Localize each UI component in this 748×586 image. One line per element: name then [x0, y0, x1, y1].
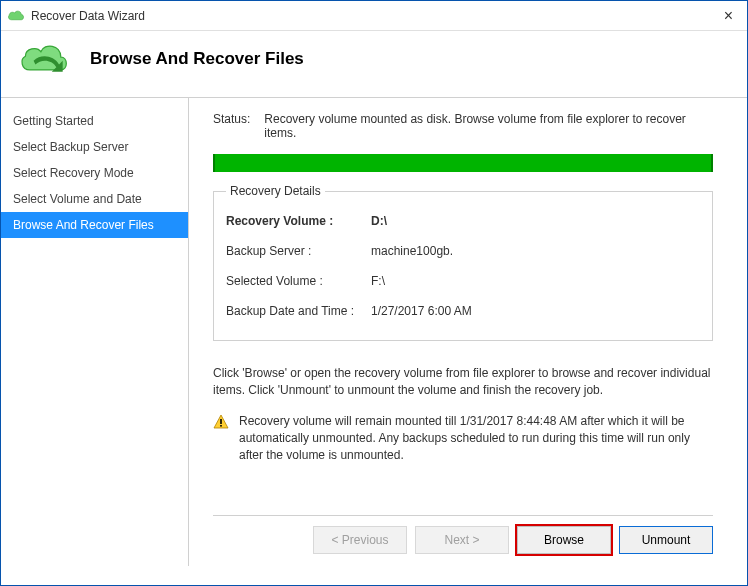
browse-button[interactable]: Browse: [517, 526, 611, 554]
step-browse-recover-files[interactable]: Browse And Recover Files: [1, 212, 188, 238]
warning-row: Recovery volume will remain mounted till…: [213, 413, 713, 465]
unmount-button[interactable]: Unmount: [619, 526, 713, 554]
detail-recovery-volume: Recovery Volume : D:\: [226, 206, 700, 236]
close-button[interactable]: ×: [716, 7, 741, 25]
detail-selected-volume: Selected Volume : F:\: [226, 266, 700, 296]
main-content: Status: Recovery volume mounted as disk.…: [189, 98, 747, 566]
backup-server-label: Backup Server :: [226, 244, 371, 258]
selected-volume-value: F:\: [371, 274, 385, 288]
step-getting-started[interactable]: Getting Started: [1, 108, 188, 134]
progress-bar: [213, 154, 713, 172]
step-select-volume-date[interactable]: Select Volume and Date: [1, 186, 188, 212]
cloud-arrow-icon: [17, 39, 72, 79]
detail-backup-server: Backup Server : machine100gb.: [226, 236, 700, 266]
wizard-header: Browse And Recover Files: [1, 31, 747, 97]
recovery-details-group: Recovery Details Recovery Volume : D:\ B…: [213, 184, 713, 341]
step-select-recovery-mode[interactable]: Select Recovery Mode: [1, 160, 188, 186]
step-select-backup-server[interactable]: Select Backup Server: [1, 134, 188, 160]
status-row: Status: Recovery volume mounted as disk.…: [213, 112, 719, 140]
backup-server-value: machine100gb.: [371, 244, 453, 258]
page-title: Browse And Recover Files: [90, 49, 304, 69]
status-text: Recovery volume mounted as disk. Browse …: [264, 112, 719, 140]
cloud-recover-icon: [7, 9, 25, 23]
instruction-text: Click 'Browse' or open the recovery volu…: [213, 365, 713, 399]
backup-datetime-value: 1/27/2017 6:00 AM: [371, 304, 472, 318]
backup-datetime-label: Backup Date and Time :: [226, 304, 371, 318]
svg-rect-1: [220, 425, 222, 427]
svg-rect-0: [220, 419, 222, 424]
previous-button: < Previous: [313, 526, 407, 554]
selected-volume-label: Selected Volume :: [226, 274, 371, 288]
button-row: < Previous Next > Browse Unmount: [213, 516, 713, 554]
detail-backup-datetime: Backup Date and Time : 1/27/2017 6:00 AM: [226, 296, 700, 326]
warning-icon: [213, 414, 229, 430]
wizard-steps-sidebar: Getting Started Select Backup Server Sel…: [1, 98, 189, 566]
window-title: Recover Data Wizard: [31, 9, 716, 23]
titlebar: Recover Data Wizard ×: [1, 1, 747, 31]
recovery-volume-value: D:\: [371, 214, 387, 228]
next-button: Next >: [415, 526, 509, 554]
recovery-volume-label: Recovery Volume :: [226, 214, 371, 228]
status-label: Status:: [213, 112, 250, 140]
recovery-details-legend: Recovery Details: [226, 184, 325, 198]
warning-text: Recovery volume will remain mounted till…: [239, 413, 713, 465]
